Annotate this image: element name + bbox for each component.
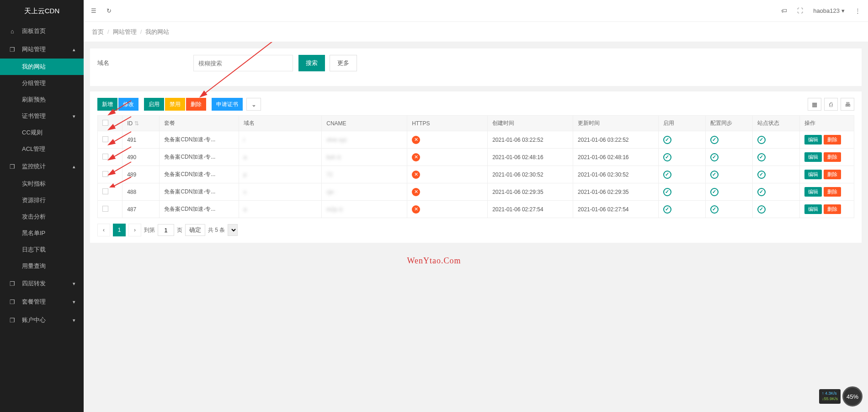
row-checkbox[interactable]	[102, 136, 108, 142]
crumb-current: 我的网站	[145, 28, 169, 36]
row-delete-button[interactable]: 删除	[824, 135, 841, 144]
sidebar-item[interactable]: ACL管理	[0, 141, 84, 157]
cell-package: 免备案CDN加速-专...	[160, 201, 239, 218]
row-edit-button[interactable]: 编辑	[804, 152, 822, 162]
cell-enable	[658, 183, 705, 201]
table-row: 490免备案CDN加速-专...absh /z✕2021-01-06 02:48…	[98, 149, 854, 166]
sidebar-item-site-mgmt[interactable]: ❐ 网站管理 ▴	[0, 40, 84, 59]
edit-button[interactable]: 修改	[118, 98, 138, 111]
page-1[interactable]: 1	[113, 224, 126, 236]
more-icon[interactable]: ⋮	[855, 7, 861, 14]
search-input[interactable]	[193, 55, 293, 71]
row-delete-button[interactable]: 删除	[824, 187, 841, 197]
dropdown-toggle[interactable]: ⌄	[246, 98, 261, 111]
table-row: 489免备案CDN加速-专...p72✕2021-01-06 02:30:522…	[98, 166, 854, 183]
tag-icon[interactable]: 🏷	[781, 7, 787, 14]
row-edit-button[interactable]: 编辑	[804, 187, 822, 197]
check-icon	[710, 153, 719, 161]
cell-ctime: 2021-01-06 02:48:16	[488, 149, 573, 166]
cell-enable	[658, 149, 705, 166]
sidebar-item-l4[interactable]: ❐ 四层转发 ▾	[0, 274, 84, 293]
topbar: ☰ ↻ 🏷 ⛶ haoba123 ▾ ⋮	[84, 0, 868, 22]
cell-id: 491	[122, 131, 160, 149]
cell-id: 489	[122, 166, 160, 183]
select-all-checkbox[interactable]	[102, 120, 108, 126]
more-button[interactable]: 更多	[330, 55, 357, 71]
table-row: 488免备案CDN加速-专...scje :✕2021-01-06 02:29:…	[98, 183, 854, 201]
row-checkbox[interactable]	[102, 188, 108, 194]
sidebar-item[interactable]: 资源排行	[0, 192, 84, 209]
sidebar-item[interactable]: 证书管理▾	[0, 108, 84, 124]
fullscreen-icon[interactable]: ⛶	[797, 7, 803, 14]
sidebar-label: 网站管理	[22, 45, 46, 54]
row-checkbox[interactable]	[102, 206, 108, 212]
sidebar-item[interactable]: 实时指标	[0, 176, 84, 192]
username: haoba123	[813, 7, 840, 14]
enable-button[interactable]: 启用	[144, 98, 164, 111]
refresh-icon[interactable]: ↻	[107, 7, 112, 14]
home-icon: ⌂	[8, 28, 16, 35]
cell-https: ✕	[407, 166, 488, 183]
row-edit-button[interactable]: 编辑	[804, 135, 822, 144]
check-icon	[757, 188, 766, 196]
cell-package: 免备案CDN加速-专...	[160, 166, 239, 183]
print-icon[interactable]: 🖶	[841, 98, 854, 111]
sidebar-item[interactable]: 用量查询	[0, 258, 84, 274]
row-delete-button[interactable]: 删除	[824, 152, 841, 162]
col-id[interactable]: ID ⇅	[122, 116, 160, 131]
page-size-select[interactable]	[228, 224, 238, 236]
row-checkbox[interactable]	[102, 154, 108, 160]
user-menu[interactable]: haoba123 ▾	[813, 7, 845, 14]
user-icon: ❐	[8, 317, 16, 324]
sidebar-item[interactable]: 我的网站	[0, 59, 84, 75]
cert-button[interactable]: 申请证书	[212, 98, 243, 111]
sidebar-item-package[interactable]: ❐ 套餐管理 ▾	[0, 293, 84, 311]
sidebar-item-monitor[interactable]: ❐ 监控统计 ▴	[0, 157, 84, 176]
row-checkbox[interactable]	[102, 171, 108, 177]
breadcrumb: 首页 / 网站管理 / 我的网站	[84, 22, 868, 42]
row-edit-button[interactable]: 编辑	[804, 204, 822, 214]
search-button[interactable]: 搜索	[298, 55, 325, 71]
check-icon	[710, 136, 719, 144]
cell-https: ✕	[407, 131, 488, 149]
sidebar-item[interactable]: 日志下载	[0, 241, 84, 258]
cell-package: 免备案CDN加速-专...	[160, 149, 239, 166]
download-speed: ↓55.9K/s	[822, 396, 838, 402]
cell-op: 编辑删除	[799, 201, 854, 218]
cell-status	[752, 201, 799, 218]
sidebar-item[interactable]: 刷新预热	[0, 91, 84, 108]
goto-label: 到第	[144, 226, 155, 234]
col-op: 操作	[799, 116, 854, 131]
sidebar-toggle-icon[interactable]: ☰	[91, 7, 96, 14]
sidebar-item-dashboard[interactable]: ⌂ 面板首页	[0, 22, 84, 40]
prev-page[interactable]: ‹	[97, 224, 110, 236]
cell-ctime: 2021-01-06 02:27:54	[488, 201, 573, 218]
add-button[interactable]: 新增	[97, 98, 117, 111]
crumb-home[interactable]: 首页	[92, 28, 104, 36]
cell-id: 488	[122, 183, 160, 201]
sidebar-item[interactable]: 黑名单IP	[0, 225, 84, 241]
sidebar-item[interactable]: 攻击分析	[0, 209, 84, 225]
next-page[interactable]: ›	[128, 224, 141, 236]
disable-button[interactable]: 禁用	[165, 98, 185, 111]
sidebar-item[interactable]: CC规则	[0, 124, 84, 141]
row-delete-button[interactable]: 删除	[824, 170, 841, 179]
check-icon	[757, 205, 766, 214]
cell-package: 免备案CDN加速-专...	[160, 183, 239, 201]
goto-button[interactable]: 确定	[185, 224, 205, 236]
row-edit-button[interactable]: 编辑	[804, 170, 822, 179]
row-delete-button[interactable]: 删除	[824, 204, 841, 214]
cell-domain: i	[239, 131, 321, 149]
delete-button[interactable]: 删除	[186, 98, 206, 111]
cell-ctime: 2021-01-06 02:29:35	[488, 183, 573, 201]
table-row: 487免备案CDN加速-专...am2p /z✕2021-01-06 02:27…	[98, 201, 854, 218]
check-icon	[663, 188, 671, 196]
col-status: 站点状态	[752, 116, 799, 131]
total-count: 共 5 条	[208, 226, 225, 234]
columns-icon[interactable]: ▦	[808, 98, 821, 111]
crumb-section[interactable]: 网站管理	[113, 28, 137, 36]
sidebar-item-account[interactable]: ❐ 账户中心 ▾	[0, 311, 84, 329]
sidebar-item[interactable]: 分组管理	[0, 75, 84, 91]
page-input[interactable]	[158, 224, 174, 236]
export-icon[interactable]: ⎙	[824, 98, 838, 111]
